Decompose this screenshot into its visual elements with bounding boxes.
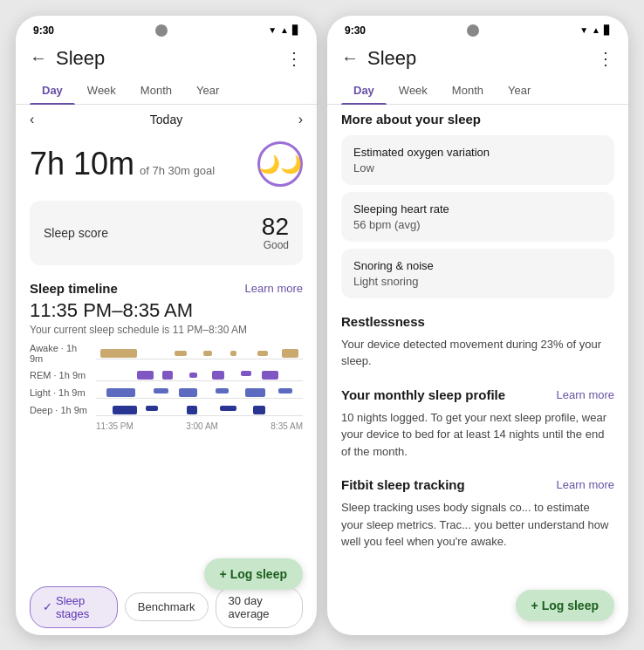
monthly-header: Your monthly sleep profile Learn more: [341, 379, 614, 406]
timeline-learn-more[interactable]: Learn more: [245, 282, 303, 295]
right-scroll-content: More about your sleep Estimated oxygen v…: [327, 105, 628, 635]
chart-row-rem: REM · 1h 9m: [30, 369, 303, 381]
chart-label-rem: REM · 1h 9m: [30, 370, 89, 380]
sleep-duration-row: 7h 10m of 7h 30m goal 🌙: [30, 134, 303, 194]
left-phone: 9:30 ▼ ▲ ▊ ← Sleep ⋮ Day Week Month Year: [16, 16, 317, 635]
snoring-card: Snoring & noise Light snoring: [341, 249, 614, 298]
chart-time-labels: 11:35 PM 3:00 AM 8:35 AM: [30, 421, 303, 431]
left-time: 9:30: [33, 24, 54, 37]
restlessness-desc: Your device detected movement during 23%…: [341, 336, 614, 370]
left-tab-month[interactable]: Month: [128, 77, 184, 104]
chart-bars-rem: [96, 369, 303, 381]
right-app-header: ← Sleep ⋮: [327, 42, 628, 77]
wifi-icon: ▼: [268, 25, 277, 35]
chart-row-light: Light · 1h 9m: [30, 387, 303, 399]
right-time: 9:30: [345, 24, 366, 37]
sleep-stages-button[interactable]: ✓ Sleep stages: [30, 586, 118, 628]
left-tab-day[interactable]: Day: [30, 77, 75, 104]
sleep-score-quality: Good: [262, 239, 289, 251]
battery-icon: ▊: [292, 25, 299, 35]
left-status-icons: ▼ ▲ ▊: [268, 25, 299, 35]
right-tabs: Day Week Month Year: [327, 77, 628, 105]
monthly-profile-section: Your monthly sleep profile Learn more 10…: [341, 379, 614, 461]
oxygen-title: Estimated oxygen variation: [353, 146, 602, 159]
right-wifi-icon: ▼: [579, 25, 588, 35]
oxygen-value: Low: [353, 161, 602, 174]
monthly-title: Your monthly sleep profile: [341, 387, 505, 402]
left-tab-week[interactable]: Week: [75, 77, 128, 104]
restlessness-header: Restlessness: [341, 305, 614, 332]
chart-row-awake: Awake · 1h 9m: [30, 343, 303, 364]
timeline-title: Sleep timeline: [30, 281, 118, 296]
right-battery-icon: ▊: [604, 25, 611, 35]
timeline-header: Sleep timeline Learn more: [30, 272, 303, 299]
fitbit-section: Fitbit sleep tracking Learn more Sleep t…: [341, 469, 614, 551]
left-nav-row: ‹ Today ›: [16, 105, 317, 134]
signal-icon: ▲: [280, 25, 289, 35]
heart-rate-title: Sleeping heart rate: [353, 202, 602, 216]
right-status-bar: 9:30 ▼ ▲ ▊: [327, 16, 628, 42]
left-more-icon[interactable]: ⋮: [285, 48, 303, 69]
sleep-score-label: Sleep score: [44, 226, 108, 240]
check-icon: ✓: [43, 600, 52, 613]
left-back-button[interactable]: ←: [30, 48, 47, 68]
benchmark-button[interactable]: Benchmark: [125, 592, 209, 621]
right-signal-icon: ▲: [592, 25, 600, 35]
right-log-sleep-fab[interactable]: + Log sleep: [516, 590, 614, 621]
snoring-value: Light snoring: [353, 275, 602, 288]
right-tab-year[interactable]: Year: [496, 77, 543, 104]
left-status-bar: 9:30 ▼ ▲ ▊: [16, 16, 317, 42]
fitbit-desc: Sleep tracking uses body signals co... t…: [341, 499, 614, 551]
timeline-range: 11:35 PM–8:35 AM: [30, 299, 303, 322]
fitbit-title: Fitbit sleep tracking: [341, 477, 465, 492]
restlessness-title: Restlessness: [341, 314, 425, 329]
moon-circle: 🌙: [257, 141, 303, 187]
fitbit-learn-more[interactable]: Learn more: [557, 478, 614, 491]
left-camera: [155, 24, 168, 37]
timeline-schedule: Your current sleep schedule is 11 PM–8:3…: [30, 324, 303, 336]
right-tab-week[interactable]: Week: [387, 77, 440, 104]
left-app-header: ← Sleep ⋮: [16, 42, 317, 77]
chart-bars-light: [96, 387, 303, 399]
right-tab-day[interactable]: Day: [341, 77, 387, 104]
left-tabs: Day Week Month Year: [16, 77, 317, 105]
left-tab-year[interactable]: Year: [184, 77, 231, 104]
sleep-goal: of 7h 30m goal: [140, 164, 215, 177]
fitbit-header: Fitbit sleep tracking Learn more: [341, 469, 614, 496]
oxygen-card: Estimated oxygen variation Low: [341, 135, 614, 185]
30day-button[interactable]: 30 day average: [216, 586, 303, 628]
snoring-title: Snoring & noise: [353, 259, 602, 272]
left-nav-label: Today: [150, 113, 182, 127]
time-label-mid: 3:00 AM: [186, 421, 218, 431]
time-label-start: 11:35 PM: [96, 421, 134, 431]
sleep-hours: 7h 10m: [30, 148, 134, 180]
left-prev-button[interactable]: ‹: [30, 112, 34, 127]
right-tab-month[interactable]: Month: [440, 77, 496, 104]
restlessness-section: Restlessness Your device detected moveme…: [341, 305, 614, 370]
sleep-score-card: Sleep score 82 Good: [30, 201, 303, 265]
heart-rate-value: 56 bpm (avg): [353, 218, 602, 231]
sleep-chart: Awake · 1h 9m REM · 1h 9m: [30, 343, 303, 431]
left-scroll-content: 7h 10m of 7h 30m goal 🌙 Sleep score 82 G…: [16, 134, 317, 579]
right-back-button[interactable]: ←: [341, 48, 359, 68]
left-app-title: Sleep: [56, 47, 105, 70]
chart-row-deep: Deep · 1h 9m: [30, 404, 303, 416]
time-label-end: 8:35 AM: [271, 421, 303, 431]
left-next-button[interactable]: ›: [298, 112, 303, 127]
right-camera: [467, 24, 479, 37]
sleep-stages-label: Sleep stages: [56, 594, 105, 620]
left-log-sleep-fab[interactable]: + Log sleep: [204, 558, 303, 590]
heart-rate-card: Sleeping heart rate 56 bpm (avg): [341, 192, 614, 242]
sleep-score-number: 82: [262, 215, 289, 239]
more-about-title: More about your sleep: [341, 105, 614, 135]
right-app-title: Sleep: [367, 47, 416, 70]
chart-label-awake: Awake · 1h 9m: [30, 343, 89, 364]
right-more-icon[interactable]: ⋮: [597, 48, 614, 69]
chart-bars-awake: [96, 347, 303, 359]
chart-bars-deep: [96, 404, 303, 416]
chart-label-light: Light · 1h 9m: [30, 387, 89, 398]
monthly-learn-more[interactable]: Learn more: [557, 388, 614, 401]
right-phone: 9:30 ▼ ▲ ▊ ← Sleep ⋮ Day Week Month Year: [327, 16, 628, 635]
right-status-icons: ▼ ▲ ▊: [579, 25, 611, 35]
chart-label-deep: Deep · 1h 9m: [30, 405, 89, 415]
